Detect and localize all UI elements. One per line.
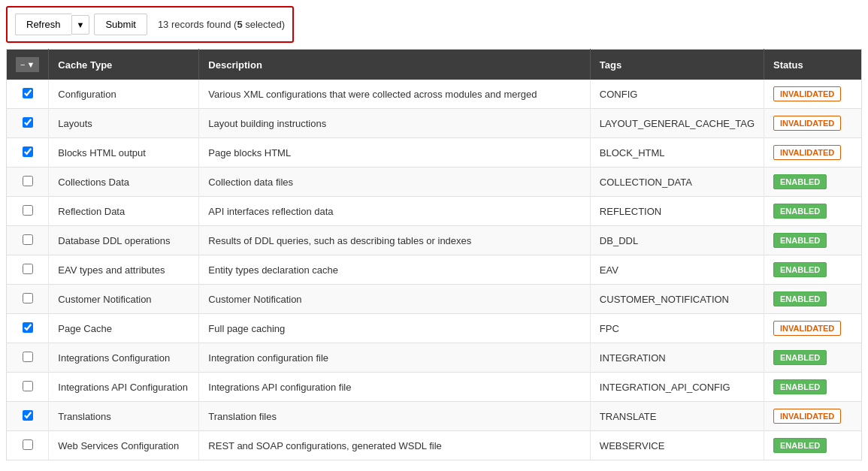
row-checkbox[interactable]	[23, 117, 33, 128]
cache-table: − ▼ Cache Type Description Tags Status C…	[6, 49, 862, 460]
row-cache-type: Page Cache	[49, 314, 199, 343]
row-cache-type: Configuration	[49, 80, 199, 109]
table-row: Reflection DataAPI interfaces reflection…	[7, 197, 862, 226]
row-cache-type: Reflection Data	[49, 197, 199, 226]
row-cache-type: Layouts	[49, 109, 199, 138]
row-checkbox-cell	[7, 168, 49, 197]
row-checkbox[interactable]	[23, 146, 33, 157]
row-tags: INTEGRATION	[590, 343, 764, 373]
row-checkbox-cell	[7, 80, 49, 109]
row-description: Various XML configurations that were col…	[199, 80, 591, 109]
refresh-dropdown-button[interactable]: ▼	[71, 15, 90, 35]
row-status: INVALIDATED	[764, 138, 862, 168]
row-checkbox[interactable]	[23, 176, 33, 186]
row-checkbox-cell	[7, 314, 49, 343]
row-tags: WEBSERVICE	[590, 431, 764, 460]
row-cache-type: Blocks HTML output	[49, 138, 199, 168]
row-checkbox-cell	[7, 285, 49, 314]
row-checkbox[interactable]	[23, 264, 33, 274]
row-checkbox[interactable]	[23, 439, 33, 450]
status-badge: ENABLED	[773, 438, 827, 453]
table-row: LayoutsLayout building instructionsLAYOU…	[7, 109, 862, 138]
status-badge: INVALIDATED	[773, 409, 841, 424]
row-cache-type: Database DDL operations	[49, 226, 199, 255]
row-checkbox-cell	[7, 138, 49, 168]
status-badge: INVALIDATED	[773, 321, 841, 336]
select-all-header: − ▼	[7, 50, 49, 80]
row-checkbox[interactable]	[23, 234, 33, 245]
status-badge: ENABLED	[773, 204, 827, 219]
row-description: REST and SOAP configurations, generated …	[199, 431, 591, 460]
status-badge: INVALIDATED	[773, 86, 841, 101]
row-status: ENABLED	[764, 197, 862, 226]
row-checkbox[interactable]	[23, 352, 33, 362]
table-row: EAV types and attributesEntity types dec…	[7, 255, 862, 285]
row-tags: DB_DDL	[590, 226, 764, 255]
row-description: Integration configuration file	[199, 343, 591, 373]
row-tags: CONFIG	[590, 80, 764, 109]
table-row: Collections DataCollection data filesCOL…	[7, 168, 862, 197]
row-checkbox[interactable]	[23, 88, 33, 98]
row-tags: FPC	[590, 314, 764, 343]
row-checkbox-cell	[7, 255, 49, 285]
table-row: Web Services ConfigurationREST and SOAP …	[7, 431, 862, 460]
row-tags: TRANSLATE	[590, 402, 764, 431]
select-all-button[interactable]: − ▼	[16, 57, 39, 72]
record-info: 13 records found (5 selected)	[158, 19, 285, 30]
row-cache-type: Translations	[49, 402, 199, 431]
table-header-row: − ▼ Cache Type Description Tags Status	[7, 50, 862, 80]
row-description: Collection data files	[199, 168, 591, 197]
status-badge: INVALIDATED	[773, 145, 841, 160]
row-tags: BLOCK_HTML	[590, 138, 764, 168]
row-checkbox-cell	[7, 431, 49, 460]
row-cache-type: Integrations Configuration	[49, 343, 199, 373]
table-row: Database DDL operationsResults of DDL qu…	[7, 226, 862, 255]
row-tags: INTEGRATION_API_CONFIG	[590, 373, 764, 402]
row-cache-type: EAV types and attributes	[49, 255, 199, 285]
table-row: Blocks HTML outputPage blocks HTMLBLOCK_…	[7, 138, 862, 168]
row-description: Entity types declaration cache	[199, 255, 591, 285]
row-checkbox[interactable]	[23, 293, 33, 303]
row-status: ENABLED	[764, 255, 862, 285]
col-header-cache-type: Cache Type	[49, 50, 199, 80]
col-header-status: Status	[764, 50, 862, 80]
row-cache-type: Customer Notification	[49, 285, 199, 314]
row-status: INVALIDATED	[764, 402, 862, 431]
row-description: Layout building instructions	[199, 109, 591, 138]
refresh-button[interactable]: Refresh	[15, 14, 71, 35]
table-row: Page CacheFull page cachingFPCINVALIDATE…	[7, 314, 862, 343]
row-status: ENABLED	[764, 431, 862, 460]
row-status: ENABLED	[764, 343, 862, 373]
col-header-tags: Tags	[590, 50, 764, 80]
row-status: INVALIDATED	[764, 80, 862, 109]
status-badge: INVALIDATED	[773, 116, 841, 131]
row-tags: COLLECTION_DATA	[590, 168, 764, 197]
row-status: INVALIDATED	[764, 314, 862, 343]
row-status: ENABLED	[764, 373, 862, 402]
row-cache-type: Web Services Configuration	[49, 431, 199, 460]
submit-button[interactable]: Submit	[94, 14, 147, 35]
row-cache-type: Collections Data	[49, 168, 199, 197]
status-badge: ENABLED	[773, 291, 827, 306]
row-checkbox[interactable]	[23, 322, 33, 333]
row-description: Page blocks HTML	[199, 138, 591, 168]
row-checkbox-cell	[7, 109, 49, 138]
table-row: TranslationsTranslation filesTRANSLATEIN…	[7, 402, 862, 431]
row-description: Customer Notification	[199, 285, 591, 314]
row-checkbox[interactable]	[23, 410, 33, 421]
table-row: Customer NotificationCustomer Notificati…	[7, 285, 862, 314]
selected-count: 5	[237, 19, 242, 30]
table-row: Integrations ConfigurationIntegration co…	[7, 343, 862, 373]
status-badge: ENABLED	[773, 379, 827, 394]
chevron-down-icon: ▼	[26, 60, 35, 69]
table-row: Integrations API ConfigurationIntegratio…	[7, 373, 862, 402]
row-checkbox[interactable]	[23, 205, 33, 216]
status-badge: ENABLED	[773, 350, 827, 365]
table-row: ConfigurationVarious XML configurations …	[7, 80, 862, 109]
toolbar-wrapper: Refresh ▼ Submit 13 records found (5 sel…	[0, 6, 868, 43]
row-checkbox[interactable]	[23, 381, 33, 391]
main-content: − ▼ Cache Type Description Tags Status C…	[0, 49, 868, 466]
row-checkbox-cell	[7, 197, 49, 226]
row-checkbox-cell	[7, 226, 49, 255]
row-checkbox-cell	[7, 402, 49, 431]
